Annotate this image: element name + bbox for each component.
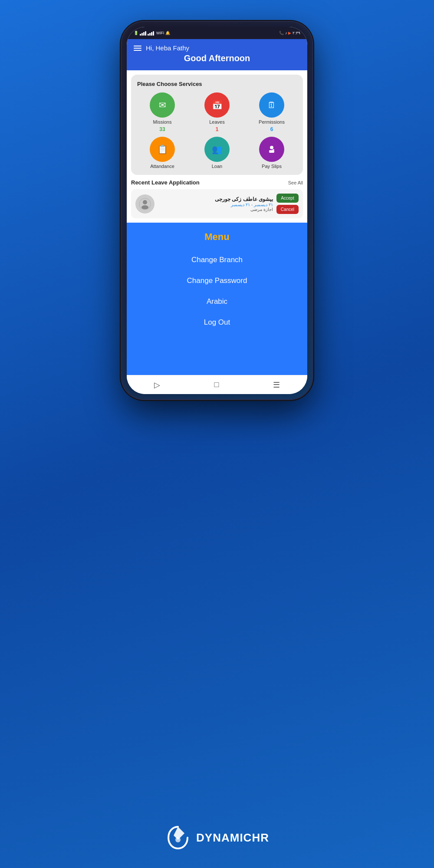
svg-point-0 [270,146,273,149]
nav-back-icon[interactable]: ▷ [154,380,160,390]
services-grid: ✉ Missions 33 📅 Leaves 1 🗓 Permissions [137,92,297,169]
missions-count: 33 [159,126,165,132]
loan-icon: 👥 [204,137,230,162]
leave-card: بيشوى عاطف زكى جورجى ٢١ ديسمبر - ٢١ ديسم… [131,189,303,218]
phone-shell: 🔋 WiFi 🔔 📞 ♪ [122,22,312,399]
menu-item-logout[interactable]: Log Out [127,312,307,333]
recent-leave-section: Recent Leave Application See All بيشوى ع… [127,179,307,223]
accept-button[interactable]: Accept [276,194,299,203]
page-background: 🔋 WiFi 🔔 📞 ♪ [0,0,434,868]
phone-wrapper: 🔋 WiFi 🔔 📞 ♪ [122,22,312,399]
missions-icon: ✉ [150,92,175,118]
leave-date: ٢١ ديسمبر - ٢١ ديسمبر [158,202,273,207]
hamburger-button[interactable] [134,46,141,51]
status-time: ٢:٣٩ [293,31,300,35]
services-card: Please Choose Services ✉ Missions 33 📅 L… [131,75,303,175]
payslips-label: Pay Slips [262,164,282,169]
attendance-label: Attandance [150,164,174,169]
service-item-loan[interactable]: 👥 Loan [192,137,242,169]
signal-bars-2 [148,30,154,36]
permissions-label: Permissions [259,119,285,125]
logo-icon [165,825,191,851]
recent-header: Recent Leave Application See All [131,179,303,186]
phone-screen: 🔋 WiFi 🔔 📞 ♪ [127,27,307,394]
youtube-icon: ▶ [288,31,291,35]
see-all-link[interactable]: See All [288,180,303,185]
nav-home-icon[interactable]: □ [214,380,219,389]
missions-label: Missions [153,119,172,125]
leaves-icon: 📅 [204,92,230,118]
service-item-missions[interactable]: ✉ Missions 33 [137,92,187,132]
greeting-time: Good Afternoon [134,53,300,63]
greeting-name: Hi, Heba Fathy [146,44,189,52]
loan-label: Loan [212,164,222,169]
menu-title: Menu [204,231,229,243]
menu-item-arabic[interactable]: Arabic [127,291,307,312]
permissions-icon: 🗓 [259,92,284,118]
avatar [135,194,155,214]
attendance-icon: 📋 [150,137,175,162]
leave-name: بيشوى عاطف زكى جورجى [158,196,273,202]
cancel-button[interactable]: Cancel [276,205,299,214]
nav-menu-icon[interactable]: ☰ [273,380,280,390]
battery-icon: 🔋 [134,31,138,35]
svg-point-3 [143,200,147,204]
leaves-count: 1 [216,126,219,132]
service-item-payslips[interactable]: Pay Slips [247,137,297,169]
alarm-icon: 🔔 [165,31,170,35]
svg-rect-1 [269,150,274,153]
wifi-icon: WiFi [156,31,164,35]
call-icon: 📞 [279,31,284,35]
logo-section: DYNAMICHR [165,825,269,851]
tiktok-icon: ♪ [285,31,287,35]
leaves-label: Leaves [209,119,224,125]
header-top: Hi, Heba Fathy [134,44,300,52]
permissions-count: 6 [270,126,273,132]
status-left: 🔋 WiFi 🔔 [134,30,170,36]
svg-point-6 [175,837,181,842]
menu-item-change-password[interactable]: Change Password [127,270,307,291]
service-item-attendance[interactable]: 📋 Attandance [137,137,187,169]
leave-info: بيشوى عاطف زكى جورجى ٢١ ديسمبر - ٢١ ديسم… [158,196,273,212]
service-item-leaves[interactable]: 📅 Leaves 1 [192,92,242,132]
services-title: Please Choose Services [137,81,297,87]
svg-rect-2 [273,149,274,150]
payslips-icon [259,137,284,162]
leave-type: اجازة مرضى [158,207,273,212]
nav-bar: ▷ □ ☰ [127,375,307,394]
menu-overlay: Menu Change Branch Change Password Arabi… [127,223,307,375]
app-header: Hi, Heba Fathy Good Afternoon [127,39,307,70]
signal-bars [140,30,146,36]
status-bar: 🔋 WiFi 🔔 📞 ♪ [127,27,307,39]
recent-title: Recent Leave Application [131,179,200,186]
service-item-permissions[interactable]: 🗓 Permissions 6 [247,92,297,132]
leave-actions: Accept Cancel [276,194,299,214]
menu-item-change-branch[interactable]: Change Branch [127,250,307,270]
logo-text: DYNAMICHR [196,831,269,845]
status-right: 📞 ♪ ▶ ٢:٣٩ [279,31,300,35]
